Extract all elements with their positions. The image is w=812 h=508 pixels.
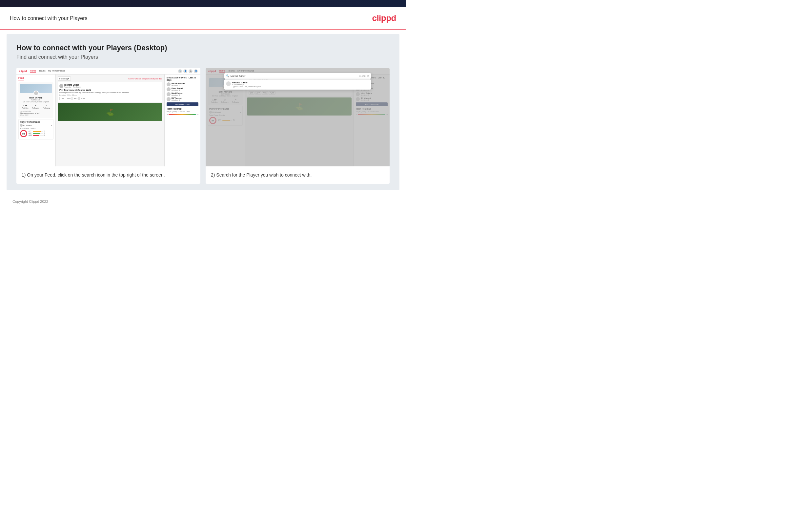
search-result-dropdown: Marcus Turner 1-5 Handicap Cypress Point… bbox=[224, 79, 371, 90]
bar-ott: OTT 79 bbox=[29, 131, 45, 132]
list-item: Eli Vincent Activities: 1 bbox=[166, 97, 198, 101]
stat-followers: 3 Followers bbox=[32, 104, 39, 109]
player-avatar bbox=[20, 124, 22, 127]
tpq-bars: OTT 79 APP bbox=[29, 131, 45, 136]
caption-1: 1) On your Feed, click on the search ico… bbox=[16, 166, 200, 184]
settings-icon[interactable]: ⚙ bbox=[189, 69, 192, 73]
heatmap-max: +5 bbox=[196, 114, 198, 116]
activity-user: Richard Butler Yesterday · The Grove bbox=[59, 84, 161, 88]
result-avatar bbox=[226, 81, 231, 86]
player-activities-3: Activities: 3 bbox=[172, 94, 182, 96]
profile-avatar bbox=[34, 91, 39, 96]
player-name: Eli Vincent bbox=[23, 124, 50, 126]
app-logo-1: clippd bbox=[19, 70, 27, 73]
player-avatar-4 bbox=[166, 97, 171, 101]
player-performance-title: Player Performance bbox=[20, 121, 52, 123]
profile-banner bbox=[20, 84, 52, 93]
player-avatar-1 bbox=[166, 82, 171, 86]
app-left-1: Feed Blair McHarg Golf Coach Mill Ride G… bbox=[16, 75, 56, 166]
result-location: Cypress Point Club, United Kingdom bbox=[232, 86, 261, 88]
search-bar: 🔍 Marcus Turner CLEAR ✕ bbox=[224, 73, 371, 79]
activity-avatar bbox=[59, 84, 63, 88]
avatar-icon[interactable]: 👤 bbox=[194, 69, 198, 73]
profile-name: Blair McHarg bbox=[20, 96, 52, 99]
clippd-logo: clippd bbox=[372, 13, 396, 23]
header-divider bbox=[0, 29, 406, 30]
tag-app: APP bbox=[66, 97, 72, 100]
profile-card: Blair McHarg Golf Coach Mill Ride Golf C… bbox=[18, 82, 53, 118]
tag-putt: PUTT bbox=[79, 97, 86, 100]
search-clear-button[interactable]: CLEAR bbox=[359, 75, 366, 77]
player-avatar-2 bbox=[166, 87, 171, 91]
activity-date: Yesterday · The Grove bbox=[64, 86, 81, 88]
nav-my-performance[interactable]: My Performance bbox=[48, 70, 65, 73]
profile-location: Mill Ride Golf Club, United Kingdom bbox=[20, 101, 52, 103]
ott-track bbox=[33, 131, 43, 132]
app-ui-2: clippd Home Teams My Performance bbox=[206, 68, 390, 166]
following-button[interactable]: Following ▾ bbox=[58, 77, 71, 81]
result-name: Marcus Turner bbox=[232, 81, 261, 84]
tag-ott: OTT bbox=[59, 97, 65, 100]
list-item: Hiral Pujara Activities: 3 bbox=[166, 92, 198, 96]
stat-activities: 129 Activities bbox=[22, 104, 29, 109]
nav-teams[interactable]: Teams bbox=[39, 70, 46, 73]
activity-duration: Duration 02 hr : 00 min bbox=[59, 94, 161, 96]
app-right-1: Most Active Players - Last 30 days Richa… bbox=[164, 75, 200, 166]
activity-card: Richard Butler Yesterday · The Grove Pre… bbox=[58, 82, 162, 102]
followers-label: Followers bbox=[32, 107, 39, 109]
activity-title: Pre Tournament Course Walk bbox=[59, 89, 161, 91]
user-icon[interactable]: 👤 bbox=[183, 69, 187, 73]
player-activities-1: Activities: 7 bbox=[172, 84, 185, 86]
player-avatar-3 bbox=[166, 92, 171, 96]
team-dashboard-button[interactable]: Team Dashboard bbox=[166, 102, 198, 106]
chevron-down-icon[interactable]: ▾ bbox=[51, 124, 52, 127]
activities-label: Activities bbox=[22, 107, 29, 109]
tpq-circle: 84 bbox=[20, 130, 27, 137]
player-select-row: Eli Vincent ▾ bbox=[20, 124, 52, 127]
feed-tab[interactable]: Feed bbox=[18, 77, 23, 80]
latest-activity-date: 27 Jul 2022 bbox=[20, 114, 52, 116]
caption-text-1: 1) On your Feed, click on the search ico… bbox=[21, 172, 195, 178]
main-subheading: Find and connect with your Players bbox=[16, 54, 390, 60]
app-ui-1: clippd Home Teams My Performance 🔍 👤 ⚙ 👤 bbox=[16, 68, 200, 166]
control-link[interactable]: Control who can see your activity and da… bbox=[128, 78, 162, 80]
app-track bbox=[33, 133, 43, 134]
result-info: Marcus Turner 1-5 Handicap Cypress Point… bbox=[232, 81, 261, 88]
followers-count: 3 bbox=[32, 104, 39, 107]
search-result-item[interactable]: Marcus Turner 1-5 Handicap Cypress Point… bbox=[226, 81, 369, 88]
player-activities-4: Activities: 1 bbox=[172, 99, 182, 101]
tpq-label: Total Player Quality bbox=[20, 127, 52, 129]
app-fill bbox=[33, 133, 40, 134]
search-close-button[interactable]: ✕ bbox=[367, 75, 369, 78]
footer: Copyright Clippd 2022 bbox=[3, 194, 406, 209]
page-title: How to connect with your Players bbox=[10, 15, 88, 21]
activities-count: 129 bbox=[22, 104, 29, 107]
nav-home[interactable]: Home bbox=[30, 70, 36, 73]
heatmap-min: -5 bbox=[166, 114, 168, 116]
search-input[interactable]: Marcus Turner bbox=[231, 75, 358, 77]
caption-text-2: 2) Search for the Player you wish to con… bbox=[211, 172, 384, 178]
arg-track bbox=[33, 135, 43, 136]
copyright: Copyright Clippd 2022 bbox=[12, 200, 48, 204]
most-active-title: Most Active Players - Last 30 days bbox=[166, 77, 198, 81]
activity-username: Richard Butler bbox=[64, 84, 81, 86]
top-bar bbox=[0, 0, 406, 7]
activity-user-info: Richard Butler Yesterday · The Grove bbox=[64, 84, 81, 88]
player-activities-2: Activities: 4 bbox=[172, 89, 183, 91]
screenshot-1: clippd Home Teams My Performance 🔍 👤 ⚙ 👤 bbox=[16, 68, 200, 184]
list-item: Piers Parnell Activities: 4 bbox=[166, 87, 198, 91]
header: How to connect with your Players clippd bbox=[0, 7, 406, 29]
app-nav-1: clippd Home Teams My Performance 🔍 👤 ⚙ 👤 bbox=[16, 68, 200, 75]
team-heatmap-subtitle: Player Quality · 20 Round Trend bbox=[166, 111, 198, 113]
activity-tags: OTT APP ARG PUTT bbox=[59, 97, 161, 100]
following-count: 4 bbox=[43, 104, 50, 107]
latest-activity: Latest Activity Afternoon round of golf … bbox=[20, 110, 52, 116]
activity-description: Walking the course with my coach to buil… bbox=[59, 92, 161, 93]
search-icon[interactable]: 🔍 bbox=[178, 69, 182, 73]
player-performance-panel: Player Performance Eli Vincent ▾ Total P… bbox=[18, 119, 53, 139]
screenshots-row: clippd Home Teams My Performance 🔍 👤 ⚙ 👤 bbox=[16, 68, 390, 184]
profile-stats: 129 Activities 3 Followers 4 Following bbox=[20, 104, 52, 109]
tag-arg: ARG bbox=[73, 97, 79, 100]
search-bar-icon: 🔍 bbox=[226, 75, 229, 78]
ott-fill bbox=[33, 131, 41, 132]
